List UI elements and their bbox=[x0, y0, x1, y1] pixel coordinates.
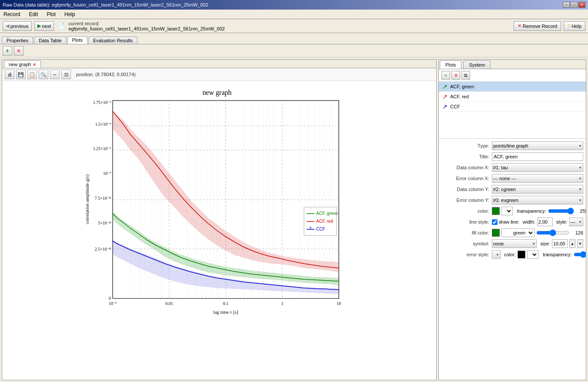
data-col-y-select[interactable]: #2: cgreen bbox=[492, 185, 583, 194]
color-select-wrapper: green bbox=[501, 207, 513, 215]
right-tab-system[interactable]: System bbox=[463, 60, 491, 69]
transparency-value: 255 bbox=[576, 208, 586, 214]
error-color-label: color: bbox=[504, 252, 516, 257]
error-style-label: error style: bbox=[441, 252, 489, 257]
transparency-slider[interactable] bbox=[548, 208, 574, 214]
legend-ccf-plus: + bbox=[309, 225, 312, 230]
print-button[interactable]: 🖨 bbox=[5, 70, 14, 79]
remove-record-button[interactable]: ✕ Remove Record bbox=[514, 21, 561, 31]
fill-color-select[interactable]: green bbox=[501, 228, 535, 237]
main-tabs-row: Properties Data Table Plots Evaluation R… bbox=[0, 33, 588, 44]
minimize-button[interactable]: − bbox=[563, 2, 570, 8]
type-select[interactable]: points/line graph bbox=[492, 141, 583, 150]
next-label: next bbox=[42, 23, 51, 29]
title-bar-controls: − □ ✕ bbox=[563, 2, 585, 8]
plot-list-label-acf-red: ACF, red bbox=[450, 94, 469, 99]
next-arrow-icon: ▶ bbox=[37, 23, 41, 29]
prop-row-error-style: error style: error polygons color: black bbox=[441, 250, 583, 259]
svg-text:1: 1 bbox=[281, 301, 284, 306]
menu-plot[interactable]: Plot bbox=[45, 11, 57, 18]
graph-tab-bar: new graph ✕ bbox=[2, 60, 436, 68]
error-col-x-select[interactable]: --- none --- bbox=[492, 174, 583, 183]
graph-tab-label: new graph bbox=[9, 62, 31, 67]
data-col-x-select-wrapper: #1: tau bbox=[492, 163, 583, 172]
size-input[interactable] bbox=[552, 239, 568, 248]
symbol-select-wrapper: none bbox=[492, 239, 537, 248]
add-graph-button[interactable]: + bbox=[3, 46, 12, 56]
window-title: Raw Data (data table): egfpmrfp_fusion_c… bbox=[3, 2, 208, 7]
style-select[interactable]: — solid bbox=[569, 218, 583, 226]
pan-button[interactable]: ↔ bbox=[50, 70, 60, 79]
error-transparency-slider[interactable] bbox=[574, 251, 586, 258]
svg-text:1.25×10⁻³: 1.25×10⁻³ bbox=[93, 146, 111, 151]
fill-color-select-wrapper: green bbox=[501, 228, 535, 237]
right-tab-plots[interactable]: Plots bbox=[440, 60, 461, 69]
symbol-select[interactable]: none bbox=[492, 239, 537, 248]
properties-section: Type: points/line graph Title: Data colu… bbox=[439, 138, 586, 380]
plot-area: new graph bbox=[2, 81, 436, 380]
svg-text:2.5×10⁻⁴: 2.5×10⁻⁴ bbox=[95, 247, 111, 251]
svg-text:10⁻³: 10⁻³ bbox=[109, 301, 117, 306]
transparency-label: transparency: bbox=[517, 208, 546, 214]
legend-ccf-label: CCF bbox=[316, 227, 325, 231]
error-col-y-select-wrapper: #3: evgreen bbox=[492, 196, 583, 204]
plot-list-item-ccf[interactable]: ↗ CCF bbox=[439, 102, 586, 112]
fill-color-swatch[interactable] bbox=[492, 229, 500, 237]
error-color-select[interactable]: black bbox=[527, 250, 538, 259]
plot-svg[interactable]: new graph bbox=[82, 85, 352, 329]
tab-properties[interactable]: Properties bbox=[2, 37, 33, 44]
size-down-button[interactable]: ▼ bbox=[577, 239, 583, 248]
curve-arrow-green-icon: ↗ bbox=[442, 83, 448, 90]
export-button[interactable]: 📋 bbox=[27, 70, 37, 79]
error-color-swatch[interactable] bbox=[518, 251, 525, 258]
menu-help[interactable]: Help bbox=[63, 11, 77, 18]
graph-toolbar: 🖨 💾 📋 🔍 ↔ ⊡ position: (8.78043, 0.00174) bbox=[2, 68, 436, 81]
draw-line-checkbox-label[interactable]: draw line: bbox=[492, 219, 519, 225]
data-col-x-label: Data column X: bbox=[441, 165, 489, 170]
fill-transparency-slider[interactable] bbox=[536, 229, 569, 236]
tab-data-table[interactable]: Data Table bbox=[34, 37, 66, 44]
help-button[interactable]: ? Help bbox=[564, 21, 585, 31]
graph-tab-new[interactable]: new graph ✕ bbox=[4, 60, 41, 68]
size-up-button[interactable]: ▲ bbox=[569, 239, 575, 248]
maximize-button[interactable]: □ bbox=[571, 2, 578, 8]
prop-row-color: color: green transparency: 255 bbox=[441, 207, 583, 215]
tab-plots[interactable]: Plots bbox=[67, 36, 87, 44]
title-input[interactable] bbox=[492, 152, 583, 161]
error-col-y-select[interactable]: #3: evgreen bbox=[492, 196, 583, 204]
rp-add-button[interactable]: + bbox=[441, 71, 450, 80]
error-style-select[interactable]: error polygons bbox=[492, 250, 501, 259]
width-input[interactable] bbox=[537, 218, 553, 226]
plot-list-item-acf-red[interactable]: ↗ ACF, red bbox=[439, 92, 586, 102]
select-button[interactable]: ⊡ bbox=[61, 70, 71, 79]
color-swatch[interactable] bbox=[492, 207, 500, 215]
error-col-y-label: Error column Y: bbox=[441, 198, 489, 203]
menu-edit[interactable]: Edit bbox=[27, 11, 40, 18]
curve-arrow-red-icon: ↗ bbox=[442, 93, 448, 100]
draw-line-checkbox[interactable] bbox=[492, 219, 498, 225]
main-content: + ✕ new graph ✕ 🖨 💾 📋 🔍 ↔ ⊡ pos bbox=[0, 44, 588, 382]
previous-button[interactable]: ◀ previous bbox=[3, 21, 32, 31]
zoom-button[interactable]: 🔍 bbox=[39, 70, 48, 79]
remove-graph-button[interactable]: ✕ bbox=[14, 46, 23, 56]
error-col-x-label: Error column X: bbox=[441, 176, 489, 181]
tab-evaluation-results[interactable]: Evaluation Results bbox=[88, 37, 137, 44]
svg-text:5×10⁻⁴: 5×10⁻⁴ bbox=[98, 221, 111, 225]
rp-copy-button[interactable]: ⧉ bbox=[461, 71, 470, 80]
save-button[interactable]: 💾 bbox=[16, 70, 26, 79]
menu-record[interactable]: Record bbox=[2, 11, 22, 18]
right-panel-toolbar: + ✕ ⧉ bbox=[439, 69, 586, 82]
color-select[interactable]: green bbox=[501, 207, 513, 215]
plot-list-item-acf-green[interactable]: ↗ ACF, green bbox=[439, 82, 586, 92]
menu-bar: Record Edit Plot Help bbox=[0, 10, 588, 19]
curve-arrow-ccf-icon: ↗ bbox=[442, 103, 448, 110]
position-label: position: (8.78043, 0.00174) bbox=[76, 72, 136, 77]
close-button[interactable]: ✕ bbox=[578, 2, 585, 8]
rp-remove-button[interactable]: ✕ bbox=[451, 71, 460, 80]
graph-tab-close-icon[interactable]: ✕ bbox=[33, 62, 36, 67]
next-button[interactable]: ▶ next bbox=[34, 21, 54, 31]
svg-text:7.5×10⁻⁴: 7.5×10⁻⁴ bbox=[95, 196, 111, 201]
graph-container: new graph ✕ 🖨 💾 📋 🔍 ↔ ⊡ position: (8.780… bbox=[0, 57, 588, 382]
data-col-x-select[interactable]: #1: tau bbox=[492, 163, 583, 172]
error-row: error polygons color: black transparency… bbox=[492, 250, 586, 259]
